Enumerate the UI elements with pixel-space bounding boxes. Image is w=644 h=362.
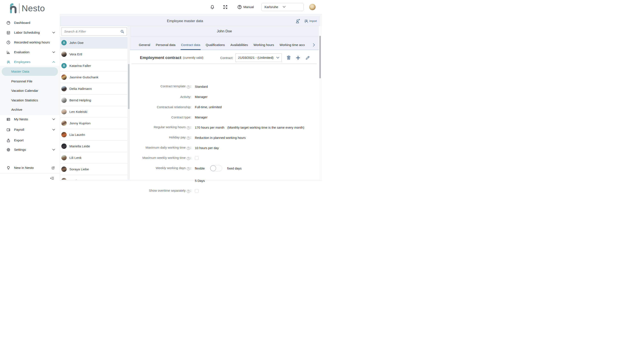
help-icon[interactable]: ? bbox=[187, 157, 190, 160]
field-row-weekly-working-days: Weekly working days?: flexible fixed day… bbox=[130, 163, 319, 173]
tab-availabilities[interactable]: Availabilities bbox=[230, 43, 248, 47]
field-label: Weekly working days bbox=[156, 166, 186, 170]
fullscreen-icon[interactable] bbox=[223, 5, 228, 9]
notifications-bell-icon[interactable] bbox=[210, 4, 215, 10]
tab-contract-data[interactable]: Contract data bbox=[181, 43, 200, 47]
delete-contract-icon[interactable] bbox=[286, 55, 291, 60]
external-link-icon[interactable] bbox=[51, 166, 55, 170]
list-item-employee[interactable]: Jasmine Gutschank bbox=[60, 71, 127, 83]
sidebar-item-labor-scheduling[interactable]: Labor Scheduling bbox=[0, 28, 60, 38]
edit-contract-icon[interactable] bbox=[305, 55, 310, 60]
sidebar-item-employees[interactable]: Employees bbox=[0, 57, 60, 67]
sidebar-item-label: Settings bbox=[14, 148, 26, 152]
field-label: Maximum weekly working time bbox=[142, 156, 186, 160]
sidebar-item-evaluation[interactable]: Evaluation bbox=[0, 47, 60, 57]
sidebar-item-label: Export bbox=[14, 138, 24, 142]
sidebar-item-label: Evaluation bbox=[14, 50, 30, 54]
employee-name: Jonny Kuprion bbox=[70, 122, 90, 125]
logo-divider bbox=[19, 4, 20, 13]
sidebar-subitem-label: Archive bbox=[11, 108, 22, 112]
people-icon bbox=[6, 60, 10, 64]
sidebar-item-label: Payroll bbox=[14, 128, 24, 132]
add-contract-icon[interactable] bbox=[296, 55, 300, 60]
contract-select-label: Contract: bbox=[220, 56, 233, 60]
user-avatar[interactable] bbox=[309, 4, 316, 10]
sidebar-item-settings[interactable]: Settings bbox=[0, 145, 60, 154]
field-label: Contract type bbox=[172, 116, 190, 119]
tab-general[interactable]: General bbox=[139, 43, 150, 47]
avatar bbox=[61, 86, 67, 91]
contract-select[interactable]: 21/03/2021 - (Unlimited) bbox=[235, 54, 282, 62]
sidebar-item-payroll[interactable]: Payroll bbox=[0, 125, 60, 134]
help-icon[interactable]: ? bbox=[187, 167, 190, 170]
employee-name: Mariella Leide bbox=[70, 144, 90, 148]
field-row-activity: Activity: Manager bbox=[130, 92, 319, 102]
nesto-logo-icon bbox=[9, 3, 17, 14]
import-button[interactable]: Import bbox=[304, 19, 317, 24]
avatar bbox=[61, 120, 67, 126]
field-label: Contractual relationship bbox=[157, 105, 190, 109]
employee-name: Bernd Helpling bbox=[70, 98, 91, 102]
employee-name: Delia Hallmann bbox=[70, 87, 92, 91]
list-item-employee[interactable]: Lia Laurén bbox=[60, 129, 127, 140]
max-weekly-working-time-checkbox[interactable] bbox=[195, 156, 198, 160]
page-title: Employee master data bbox=[60, 19, 296, 23]
sidebar-item-vacation-calendar[interactable]: Vacation Calendar bbox=[0, 86, 60, 96]
avatar bbox=[61, 98, 67, 103]
sidebar-footer-divider bbox=[0, 173, 60, 174]
field-value: Full-time, unlimited bbox=[195, 105, 222, 109]
sidebar-item-recorded-working-hours[interactable]: Recorded working hours bbox=[0, 38, 60, 47]
sidebar-item-vacation-statistics[interactable]: Vacation Statistics bbox=[0, 96, 60, 105]
detail-scrollbar-thumb[interactable] bbox=[320, 36, 321, 78]
collapse-sidebar-icon[interactable] bbox=[50, 176, 54, 180]
employee-name: Katarina Faller bbox=[70, 64, 91, 68]
sidebar-item-master-data[interactable]: Master Data bbox=[2, 67, 58, 76]
employee-name: John Doe bbox=[70, 41, 84, 45]
sidebar-item-dashboard[interactable]: Dashboard bbox=[0, 18, 60, 28]
sidebar-item-my-nesto[interactable]: My Nesto bbox=[0, 114, 60, 124]
field-value: Reduction in planned working hours bbox=[195, 136, 246, 140]
list-item-employee[interactable]: Lili Lenk bbox=[60, 152, 127, 163]
list-item-employee[interactable]: Soraya Liebe bbox=[60, 163, 127, 175]
field-label: Activity bbox=[180, 95, 190, 98]
list-item-employee[interactable]: Delia Hallmann bbox=[60, 83, 127, 94]
section-heading: Employment contract bbox=[140, 55, 181, 60]
list-item-employee[interactable]: Vera Ertl bbox=[60, 48, 127, 60]
sidebar-item-export[interactable]: Export bbox=[0, 136, 60, 145]
list-item-employee[interactable]: Bernd Helpling bbox=[60, 94, 127, 106]
list-item-employee[interactable]: Len Koleiski bbox=[60, 106, 127, 117]
list-scrollbar-thumb[interactable] bbox=[128, 64, 130, 109]
tab-working-hours[interactable]: Working hours bbox=[254, 43, 274, 47]
toggle-right-label: fixed days bbox=[227, 166, 242, 170]
employee-list-panel: John Doe Vera Ertl Katarina Faller Jasmi… bbox=[60, 26, 127, 180]
sidebar-item-new-in-nesto[interactable]: New in Nesto bbox=[0, 163, 60, 173]
help-icon[interactable]: ? bbox=[187, 147, 190, 150]
field-row-contract-template: Contract template?: Standard bbox=[130, 81, 319, 92]
tab-personal-data[interactable]: Personal data bbox=[156, 43, 176, 47]
tab-qualifications[interactable]: Qualifications bbox=[206, 43, 225, 47]
help-icon[interactable]: ? bbox=[187, 126, 190, 130]
contract-fields: Contract template?: Standard Activity: M… bbox=[130, 64, 319, 181]
list-item-employee[interactable]: Jonny Kuprion bbox=[60, 117, 127, 129]
list-item-employee[interactable]: John Doe bbox=[60, 37, 127, 48]
search-input[interactable] bbox=[62, 30, 119, 34]
help-icon[interactable]: ? bbox=[187, 136, 190, 140]
detail-tabs: General Personal data Contract data Qual… bbox=[130, 36, 319, 50]
chevron-down-icon bbox=[52, 32, 55, 34]
list-item-employee[interactable]: Martin Manager bbox=[60, 175, 127, 180]
help-icon[interactable]: ? bbox=[187, 86, 190, 88]
location-select[interactable]: Karlsruhe bbox=[261, 3, 304, 11]
add-employee-icon[interactable] bbox=[296, 18, 300, 24]
tab-working-time-accounts[interactable]: Working time acco bbox=[280, 43, 305, 47]
list-item-employee[interactable]: Katarina Faller bbox=[60, 60, 127, 71]
bar-chart-icon bbox=[6, 50, 10, 54]
sidebar-item-archive[interactable]: Archive bbox=[0, 105, 60, 114]
search-icon[interactable] bbox=[119, 30, 127, 34]
field-value: Manager bbox=[195, 95, 208, 98]
sidebar-item-personnel-file[interactable]: Personnel File bbox=[0, 77, 60, 86]
weekly-working-days-toggle[interactable] bbox=[210, 165, 222, 172]
detail-header: John Doe bbox=[130, 26, 319, 36]
list-item-employee[interactable]: Mariella Leide bbox=[60, 140, 127, 152]
manual-button[interactable]: Manual bbox=[237, 5, 254, 9]
tabs-scroll-right-icon[interactable] bbox=[313, 43, 315, 47]
